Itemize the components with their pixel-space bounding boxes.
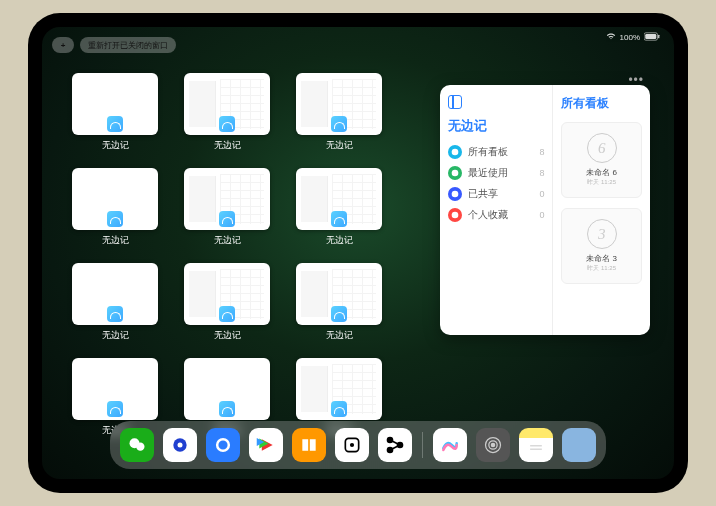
svg-point-6 — [452, 212, 459, 219]
freeform-app-icon — [219, 306, 235, 322]
freeform-app-icon — [331, 211, 347, 227]
freeform-app-icon — [107, 401, 123, 417]
window-preview — [296, 358, 382, 420]
window-preview — [184, 168, 270, 230]
svg-point-24 — [491, 443, 494, 446]
svg-point-16 — [350, 443, 354, 447]
board-preview: 6 — [587, 133, 617, 163]
window-preview — [296, 73, 382, 135]
category-icon — [448, 166, 462, 180]
window-preview — [296, 263, 382, 325]
svg-point-3 — [452, 149, 459, 156]
sidebar-item-label: 个人收藏 — [468, 208, 508, 222]
window-preview — [184, 263, 270, 325]
freeform-app-icon — [107, 116, 123, 132]
sidebar-item[interactable]: 个人收藏0 — [448, 208, 544, 222]
svg-point-4 — [452, 170, 459, 177]
board-card[interactable]: 6未命名 6昨天 11:25 — [561, 122, 642, 198]
battery-label: 100% — [620, 33, 640, 42]
freeform-app-icon — [107, 211, 123, 227]
battery-icon — [644, 32, 660, 43]
svg-point-10 — [178, 443, 183, 448]
category-icon — [448, 145, 462, 159]
window-label: 无边记 — [102, 139, 129, 152]
window-preview — [296, 168, 382, 230]
new-window-button[interactable]: + — [52, 37, 74, 53]
svg-point-8 — [136, 443, 144, 451]
svg-point-11 — [217, 439, 229, 451]
popover-sidebar: 无边记 所有看板8最近使用8已共享0个人收藏0 — [440, 85, 553, 335]
dock-app-notes[interactable] — [519, 428, 553, 462]
dock-app-books[interactable] — [292, 428, 326, 462]
status-bar: 100% — [606, 31, 660, 43]
dock-app-wechat[interactable] — [120, 428, 154, 462]
dock-app-graph[interactable] — [378, 428, 412, 462]
window-thumbnail[interactable]: 无边记 — [184, 168, 270, 247]
popover-title: 无边记 — [448, 117, 544, 135]
board-date: 昨天 11:25 — [587, 178, 616, 187]
window-thumbnail[interactable]: 无边记 — [184, 263, 270, 342]
window-preview — [72, 263, 158, 325]
sidebar-item[interactable]: 所有看板8 — [448, 145, 544, 159]
dock-app-dice[interactable] — [335, 428, 369, 462]
board-card[interactable]: 3未命名 3昨天 11:25 — [561, 208, 642, 284]
reopen-closed-window-button[interactable]: 重新打开已关闭的窗口 — [80, 37, 176, 53]
window-thumbnail[interactable]: 无边记 — [72, 73, 158, 152]
svg-point-21 — [398, 443, 403, 448]
dock-separator — [422, 432, 423, 458]
svg-point-20 — [388, 448, 393, 453]
freeform-app-icon — [107, 306, 123, 322]
freeform-app-icon — [219, 211, 235, 227]
freeform-app-icon — [219, 401, 235, 417]
svg-point-19 — [388, 438, 393, 443]
window-label: 无边记 — [214, 139, 241, 152]
category-icon — [448, 208, 462, 222]
dock-app-browser-hd[interactable] — [163, 428, 197, 462]
window-label: 无边记 — [214, 234, 241, 247]
window-thumbnail[interactable]: 无边记 — [184, 73, 270, 152]
window-preview — [72, 358, 158, 420]
window-preview — [72, 73, 158, 135]
sidebar-item-count: 8 — [539, 147, 544, 157]
ipad-frame: 100% + 重新打开已关闭的窗口 无边记无边记无边记无边记无边记无边记无边记无… — [28, 13, 688, 493]
window-thumbnail[interactable]: 无边记 — [296, 168, 382, 247]
window-label: 无边记 — [326, 234, 353, 247]
screen: 100% + 重新打开已关闭的窗口 无边记无边记无边记无边记无边记无边记无边记无… — [42, 27, 674, 479]
sidebar-item-count: 8 — [539, 168, 544, 178]
wifi-icon — [606, 31, 616, 43]
popover-right-title: 所有看板 — [561, 95, 642, 112]
sidebar-toggle-icon[interactable] — [448, 95, 462, 109]
window-preview — [184, 358, 270, 420]
window-label: 无边记 — [326, 329, 353, 342]
sidebar-item-label: 最近使用 — [468, 166, 508, 180]
sidebar-item-label: 已共享 — [468, 187, 498, 201]
svg-rect-1 — [645, 34, 656, 39]
freeform-app-icon — [219, 116, 235, 132]
sidebar-item[interactable]: 已共享0 — [448, 187, 544, 201]
board-preview: 3 — [587, 219, 617, 249]
category-icon — [448, 187, 462, 201]
dock — [110, 421, 606, 469]
window-thumbnail[interactable]: 无边记 — [72, 168, 158, 247]
window-thumbnail[interactable]: 无边记 — [72, 263, 158, 342]
window-label: 无边记 — [102, 329, 129, 342]
sidebar-item[interactable]: 最近使用8 — [448, 166, 544, 180]
sidebar-item-count: 0 — [539, 210, 544, 220]
window-label: 无边记 — [102, 234, 129, 247]
freeform-app-icon — [331, 116, 347, 132]
svg-rect-2 — [658, 34, 659, 38]
board-date: 昨天 11:25 — [587, 264, 616, 273]
dock-app-play-video[interactable] — [249, 428, 283, 462]
freeform-app-icon — [331, 401, 347, 417]
freeform-app-icon — [331, 306, 347, 322]
window-preview — [184, 73, 270, 135]
dock-app-library[interactable] — [562, 428, 596, 462]
dock-app-quark[interactable] — [206, 428, 240, 462]
window-thumbnail[interactable]: 无边记 — [296, 73, 382, 152]
window-thumbnail[interactable]: 无边记 — [296, 263, 382, 342]
topbar: + 重新打开已关闭的窗口 — [52, 37, 176, 53]
board-name: 未命名 3 — [586, 253, 617, 264]
svg-point-5 — [452, 191, 459, 198]
dock-app-freeform[interactable] — [433, 428, 467, 462]
dock-app-settings[interactable] — [476, 428, 510, 462]
